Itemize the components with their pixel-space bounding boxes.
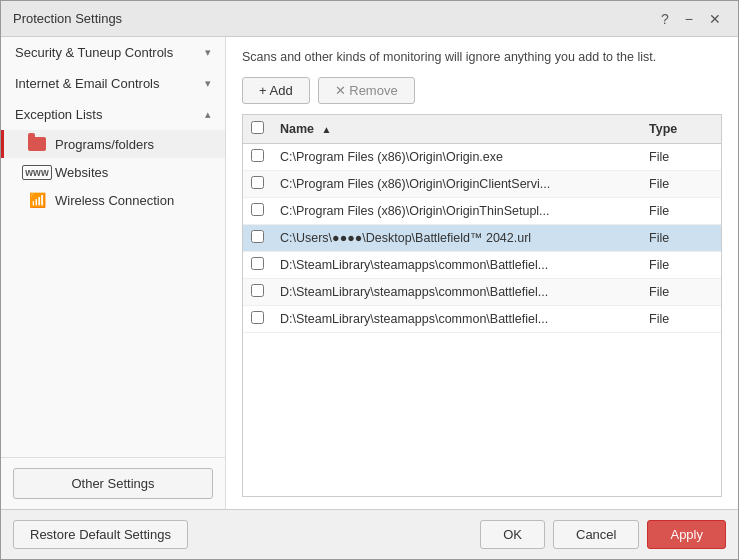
wifi-icon: 📶 bbox=[27, 192, 47, 208]
sidebar-footer: Other Settings bbox=[1, 457, 225, 509]
chevron-up-icon: ▴ bbox=[205, 108, 211, 121]
row-checkbox[interactable] bbox=[251, 311, 264, 324]
row-checkbox[interactable] bbox=[251, 149, 264, 162]
table-row: D:\SteamLibrary\steamapps\common\Battlef… bbox=[243, 251, 721, 278]
sidebar-item-websites[interactable]: www Websites bbox=[1, 158, 225, 186]
row-checkbox[interactable] bbox=[251, 257, 264, 270]
row-type: File bbox=[641, 224, 721, 251]
header-type-col: Type bbox=[641, 115, 721, 144]
remove-button[interactable]: ✕ Remove bbox=[318, 77, 415, 104]
type-col-label: Type bbox=[649, 122, 677, 136]
row-checkbox[interactable] bbox=[251, 203, 264, 216]
apply-button[interactable]: Apply bbox=[647, 520, 726, 549]
close-button[interactable]: ✕ bbox=[704, 9, 726, 29]
header-name-col[interactable]: Name ▲ bbox=[272, 115, 641, 144]
programs-folders-label: Programs/folders bbox=[55, 137, 154, 152]
sidebar-section-internet: Internet & Email Controls ▾ bbox=[1, 68, 225, 99]
row-name: C:\Program Files (x86)\Origin\OriginThin… bbox=[272, 197, 641, 224]
exception-table: Name ▲ Type C:\Program Files (x86)\Origi… bbox=[243, 115, 721, 333]
table-row: C:\Program Files (x86)\Origin\OriginThin… bbox=[243, 197, 721, 224]
sidebar-item-internet[interactable]: Internet & Email Controls ▾ bbox=[1, 68, 225, 99]
protection-settings-window: Protection Settings ? − ✕ Security & Tun… bbox=[0, 0, 739, 560]
table-row: C:\Program Files (x86)\Origin\OriginClie… bbox=[243, 170, 721, 197]
row-checkbox-cell bbox=[243, 170, 272, 197]
ok-button[interactable]: OK bbox=[480, 520, 545, 549]
bottom-bar: Restore Default Settings OK Cancel Apply bbox=[1, 509, 738, 559]
content-description: Scans and other kinds of monitoring will… bbox=[242, 49, 722, 67]
sidebar-scroll: Security & Tuneup Controls ▾ Internet & … bbox=[1, 37, 225, 457]
row-checkbox-cell bbox=[243, 197, 272, 224]
chevron-down-icon-2: ▾ bbox=[205, 77, 211, 90]
row-checkbox-cell bbox=[243, 278, 272, 305]
row-name: D:\SteamLibrary\steamapps\common\Battlef… bbox=[272, 278, 641, 305]
toolbar: + Add ✕ Remove bbox=[242, 77, 722, 104]
sidebar-item-wireless[interactable]: 📶 Wireless Connection bbox=[1, 186, 225, 214]
row-checkbox[interactable] bbox=[251, 230, 264, 243]
header-checkbox-col bbox=[243, 115, 272, 144]
row-name: D:\SteamLibrary\steamapps\common\Battlef… bbox=[272, 305, 641, 332]
restore-defaults-button[interactable]: Restore Default Settings bbox=[13, 520, 188, 549]
wireless-label: Wireless Connection bbox=[55, 193, 174, 208]
row-type: File bbox=[641, 305, 721, 332]
row-checkbox-cell bbox=[243, 251, 272, 278]
www-icon: www bbox=[27, 164, 47, 180]
cancel-button[interactable]: Cancel bbox=[553, 520, 639, 549]
content-area: Scans and other kinds of monitoring will… bbox=[226, 37, 738, 509]
table-row: C:\Users\●●●●\Desktop\Battlefield™ 2042.… bbox=[243, 224, 721, 251]
row-type: File bbox=[641, 251, 721, 278]
row-checkbox[interactable] bbox=[251, 284, 264, 297]
title-bar: Protection Settings ? − ✕ bbox=[1, 1, 738, 37]
row-type: File bbox=[641, 278, 721, 305]
window-title: Protection Settings bbox=[13, 11, 122, 26]
chevron-down-icon: ▾ bbox=[205, 46, 211, 59]
table-body: C:\Program Files (x86)\Origin\Origin.exe… bbox=[243, 143, 721, 332]
table-row: D:\SteamLibrary\steamapps\common\Battlef… bbox=[243, 305, 721, 332]
sidebar-section-security: Security & Tuneup Controls ▾ bbox=[1, 37, 225, 68]
row-name: C:\Users\●●●●\Desktop\Battlefield™ 2042.… bbox=[272, 224, 641, 251]
table-row: D:\SteamLibrary\steamapps\common\Battlef… bbox=[243, 278, 721, 305]
select-all-checkbox[interactable] bbox=[251, 121, 264, 134]
sidebar-internet-label: Internet & Email Controls bbox=[15, 76, 160, 91]
sidebar-section-exception: Exception Lists ▴ Programs/folders www bbox=[1, 99, 225, 214]
add-button[interactable]: + Add bbox=[242, 77, 310, 104]
sidebar-item-exception[interactable]: Exception Lists ▴ bbox=[1, 99, 225, 130]
other-settings-button[interactable]: Other Settings bbox=[13, 468, 213, 499]
row-name: C:\Program Files (x86)\Origin\OriginClie… bbox=[272, 170, 641, 197]
exception-table-wrapper: Name ▲ Type C:\Program Files (x86)\Origi… bbox=[242, 114, 722, 498]
name-col-label: Name bbox=[280, 122, 314, 136]
table-row: C:\Program Files (x86)\Origin\Origin.exe… bbox=[243, 143, 721, 170]
row-type: File bbox=[641, 170, 721, 197]
sidebar-security-label: Security & Tuneup Controls bbox=[15, 45, 173, 60]
sidebar-item-programs-folders[interactable]: Programs/folders bbox=[1, 130, 225, 158]
sidebar: Security & Tuneup Controls ▾ Internet & … bbox=[1, 37, 226, 509]
minimize-button[interactable]: − bbox=[680, 9, 698, 29]
sidebar-exception-label: Exception Lists bbox=[15, 107, 102, 122]
row-type: File bbox=[641, 143, 721, 170]
row-checkbox-cell bbox=[243, 305, 272, 332]
row-name: C:\Program Files (x86)\Origin\Origin.exe bbox=[272, 143, 641, 170]
help-button[interactable]: ? bbox=[656, 9, 674, 29]
sort-arrow-icon: ▲ bbox=[322, 124, 332, 135]
websites-label: Websites bbox=[55, 165, 108, 180]
row-checkbox[interactable] bbox=[251, 176, 264, 189]
bottom-actions: OK Cancel Apply bbox=[480, 520, 726, 549]
title-bar-controls: ? − ✕ bbox=[656, 9, 726, 29]
row-checkbox-cell bbox=[243, 224, 272, 251]
folder-icon bbox=[27, 136, 47, 152]
main-area: Security & Tuneup Controls ▾ Internet & … bbox=[1, 37, 738, 509]
row-name: D:\SteamLibrary\steamapps\common\Battlef… bbox=[272, 251, 641, 278]
row-type: File bbox=[641, 197, 721, 224]
table-header-row: Name ▲ Type bbox=[243, 115, 721, 144]
sidebar-item-security[interactable]: Security & Tuneup Controls ▾ bbox=[1, 37, 225, 68]
row-checkbox-cell bbox=[243, 143, 272, 170]
